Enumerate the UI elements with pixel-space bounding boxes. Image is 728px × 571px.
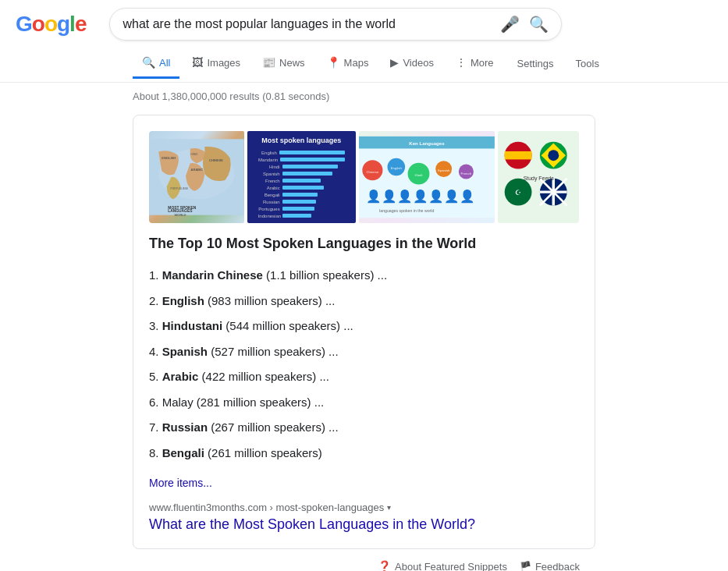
list-item: 1. Mandarin Chinese (1.1 billion speaker… xyxy=(149,263,579,289)
about-snippets[interactable]: ❓ About Featured Snippets xyxy=(378,560,507,571)
flag-icon: 🏴 xyxy=(520,561,531,571)
list-item: 4. Spanish (527 million speakers) ... xyxy=(149,339,579,365)
dropdown-arrow-icon[interactable]: ▾ xyxy=(387,503,391,512)
search-icon[interactable]: 🔍 xyxy=(529,15,549,34)
results-area: About 1,380,000,000 results (0.81 second… xyxy=(0,83,728,571)
chart-image[interactable]: Most spoken languages English Mandarin H… xyxy=(247,131,356,223)
list-item: 5. Arabic (422 million speakers) ... xyxy=(149,364,579,390)
more-items-link[interactable]: More items... xyxy=(149,477,579,489)
search-bar[interactable]: 🎤 🔍 xyxy=(109,8,562,41)
list-item: 2. English (983 million speakers) ... xyxy=(149,289,579,314)
nav-label-all: All xyxy=(159,57,170,69)
flags-image[interactable]: ☪ Study Feeds xyxy=(498,131,579,223)
logo-o1: o xyxy=(32,12,44,36)
featured-snippet: ENGLISH ARABIC CHINESE HINDI PORTUGUESE … xyxy=(133,115,595,549)
nav-label-images: Images xyxy=(207,57,240,69)
svg-text:Hindi: Hindi xyxy=(414,173,422,177)
svg-text:WORLD: WORLD xyxy=(174,213,186,217)
svg-text:ENGLISH: ENGLISH xyxy=(162,156,176,160)
svg-text:PORTUGUESE: PORTUGUESE xyxy=(171,187,189,190)
svg-text:ARABIC: ARABIC xyxy=(191,168,204,172)
infographic-image[interactable]: Ken Languages Chinese English Hindi Span… xyxy=(359,131,495,223)
maps-icon: 📍 xyxy=(327,56,340,69)
settings-link[interactable]: Settings xyxy=(510,51,562,76)
search-icons: 🎤 🔍 xyxy=(500,15,549,34)
chart-title: Most spoken languages xyxy=(252,133,351,147)
svg-text:French: French xyxy=(460,172,471,176)
chart-bars: English Mandarin Hindi Spanish French Ar… xyxy=(252,147,351,222)
svg-text:HINDI: HINDI xyxy=(191,153,198,156)
more-icon: ⋮ xyxy=(456,56,467,69)
svg-rect-27 xyxy=(504,151,531,159)
svg-text:👤👤👤👤👤👤👤: 👤👤👤👤👤👤👤 xyxy=(365,189,474,204)
source-url: www.fluentin3months.com › most-spoken-la… xyxy=(149,502,579,513)
nav-item-more[interactable]: ⋮ More xyxy=(446,48,503,79)
google-logo: Google xyxy=(16,12,86,37)
svg-text:Chinese: Chinese xyxy=(366,170,378,174)
list-item: 7. Russian (267 million speakers) ... xyxy=(149,415,579,441)
search-input[interactable] xyxy=(123,17,492,31)
tools-link[interactable]: Tools xyxy=(568,51,607,76)
nav-item-news[interactable]: 📰 News xyxy=(253,48,314,79)
nav-label-maps: Maps xyxy=(344,57,369,69)
svg-text:Spanish: Spanish xyxy=(438,168,450,172)
all-icon: 🔍 xyxy=(142,56,155,69)
svg-text:☪: ☪ xyxy=(515,189,521,197)
logo-g: G xyxy=(16,12,32,36)
snippet-footer: ❓ About Featured Snippets 🏴 Feedback xyxy=(133,552,595,571)
header: Google 🎤 🔍 xyxy=(0,0,728,41)
help-icon: ❓ xyxy=(378,560,391,571)
list-item: 6. Malay (281 million speakers) ... xyxy=(149,390,579,416)
logo-e: e xyxy=(75,12,87,36)
images-row: ENGLISH ARABIC CHINESE HINDI PORTUGUESE … xyxy=(149,131,579,223)
nav-item-all[interactable]: 🔍 All xyxy=(133,48,179,79)
svg-text:Study Feeds: Study Feeds xyxy=(523,176,553,182)
news-icon: 📰 xyxy=(262,56,275,69)
nav-item-maps[interactable]: 📍 Maps xyxy=(318,48,378,79)
language-list: 1. Mandarin Chinese (1.1 billion speaker… xyxy=(149,263,579,466)
nav-right: Settings Tools xyxy=(510,51,607,76)
source-title-link[interactable]: What are the Most Spoken Languages in th… xyxy=(149,516,579,533)
svg-text:Ken Languages: Ken Languages xyxy=(409,140,445,146)
nav-item-videos[interactable]: ▶ Videos xyxy=(381,48,443,79)
navigation-bar: 🔍 All 🖼 Images 📰 News 📍 Maps ▶ Videos ⋮ … xyxy=(0,45,728,83)
list-item: 8. Bengali (261 million speakers) xyxy=(149,441,579,466)
snippet-title: The Top 10 Most Spoken Languages in the … xyxy=(149,236,579,252)
logo-l: l xyxy=(69,12,75,36)
images-icon: 🖼 xyxy=(192,56,203,69)
results-count: About 1,380,000,000 results (0.81 second… xyxy=(133,90,595,102)
nav-label-videos: Videos xyxy=(403,57,434,69)
logo-o2: o xyxy=(44,12,57,36)
microphone-icon[interactable]: 🎤 xyxy=(500,15,520,34)
map-image[interactable]: ENGLISH ARABIC CHINESE HINDI PORTUGUESE … xyxy=(149,131,244,223)
nav-label-news: News xyxy=(279,57,305,69)
videos-icon: ▶ xyxy=(390,56,399,69)
nav-item-images[interactable]: 🖼 Images xyxy=(183,48,250,79)
svg-point-30 xyxy=(548,150,559,161)
feedback-link[interactable]: 🏴 Feedback xyxy=(520,561,580,572)
svg-text:English: English xyxy=(391,166,403,170)
logo-g2: g xyxy=(57,12,69,36)
svg-text:CHINESE: CHINESE xyxy=(209,158,223,162)
nav-label-more: More xyxy=(471,57,494,69)
svg-text:languages spoken in the world: languages spoken in the world xyxy=(379,208,434,213)
list-item: 3. Hindustani (544 million speakers) ... xyxy=(149,314,579,339)
